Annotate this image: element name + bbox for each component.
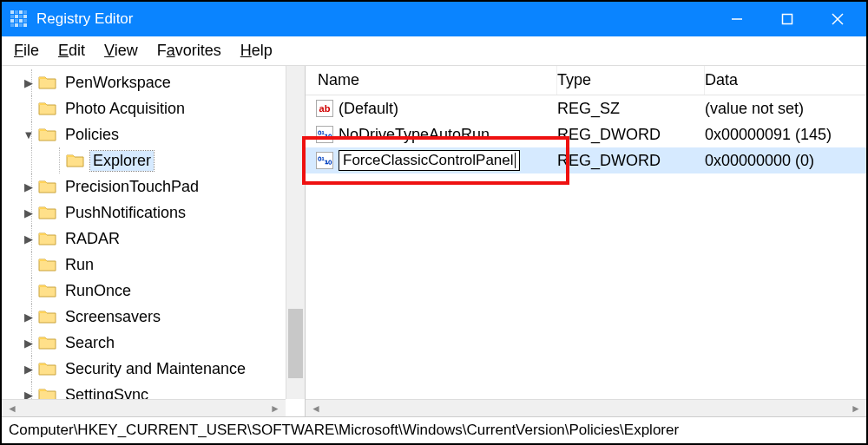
- tree-pane[interactable]: ▶PenWorkspacePhoto Acquisition▼PoliciesE…: [2, 66, 306, 416]
- list-pane[interactable]: Name Type Data ab(Default)REG_SZ(value n…: [306, 66, 866, 416]
- tree-item-label: Run: [62, 255, 96, 275]
- folder-icon: [38, 283, 57, 298]
- tree-item-settingsync[interactable]: ▶SettingSync: [2, 382, 305, 399]
- expand-glyph-icon[interactable]: ▶: [23, 389, 35, 400]
- tree-item-precisiontouchpad[interactable]: ▶PrecisionTouchPad: [2, 173, 305, 200]
- list-header: Name Type Data: [306, 66, 866, 95]
- value-type: REG_SZ: [557, 100, 620, 118]
- col-header-data[interactable]: Data: [705, 66, 866, 95]
- expand-glyph-icon[interactable]: ▶: [23, 337, 35, 350]
- value-type: REG_DWORD: [557, 126, 661, 144]
- status-path: Computer\HKEY_CURRENT_USER\SOFTWARE\Micr…: [9, 422, 679, 439]
- tree-item-screensavers[interactable]: ▶Screensavers: [2, 304, 305, 330]
- scrollbar-thumb[interactable]: [288, 309, 303, 378]
- close-button[interactable]: [812, 2, 863, 36]
- binary-value-icon: ⁰¹₁₀: [316, 126, 333, 143]
- value-data: (value not set): [705, 100, 804, 118]
- tree-item-label: PushNotifications: [62, 203, 188, 223]
- menu-favorites[interactable]: Favorites: [157, 42, 221, 60]
- value-data: 0x00000091 (145): [705, 126, 832, 144]
- folder-icon: [66, 153, 85, 168]
- menu-file[interactable]: File: [14, 42, 39, 60]
- tree-item-run[interactable]: Run: [2, 252, 305, 278]
- tree-item-security-and-maintenance[interactable]: ▶Security and Maintenance: [2, 356, 305, 382]
- scroll-left-icon[interactable]: ◄: [7, 402, 17, 415]
- tree-item-label: Search: [62, 333, 117, 353]
- title-bar[interactable]: Registry Editor: [2, 2, 866, 36]
- string-value-icon: ab: [316, 100, 333, 117]
- maximize-button[interactable]: [762, 2, 812, 36]
- folder-icon: [38, 205, 57, 220]
- status-bar: Computer\HKEY_CURRENT_USER\SOFTWARE\Micr…: [2, 417, 866, 443]
- tree-item-label: RunOnce: [62, 281, 134, 301]
- col-header-type[interactable]: Type: [557, 66, 705, 95]
- value-name: NoDriveTypeAutoRun: [339, 126, 490, 144]
- folder-icon: [38, 361, 57, 376]
- expand-glyph-icon[interactable]: ▶: [23, 206, 35, 219]
- folder-icon: [38, 75, 57, 90]
- tree-item-search[interactable]: ▶Search: [2, 330, 305, 356]
- tree-item-policies[interactable]: ▼Policies: [2, 121, 305, 147]
- tree-item-label: Photo Acquisition: [62, 99, 187, 119]
- minimize-button[interactable]: [712, 2, 762, 36]
- expand-glyph-icon[interactable]: ▶: [23, 363, 35, 376]
- expand-glyph-icon[interactable]: ▶: [23, 311, 35, 324]
- tree-item-label: PrecisionTouchPad: [62, 177, 201, 197]
- value-row[interactable]: ⁰¹₁₀ForceClassicControlPanelREG_DWORD0x0…: [306, 147, 866, 173]
- tree-item-penworkspace[interactable]: ▶PenWorkspace: [2, 69, 305, 95]
- menu-edit[interactable]: Edit: [58, 42, 85, 60]
- folder-icon: [38, 335, 57, 350]
- expand-glyph-icon[interactable]: ▶: [23, 76, 35, 89]
- value-row[interactable]: ab(Default)REG_SZ(value not set): [306, 95, 866, 121]
- tree-item-label: Screensavers: [62, 307, 163, 327]
- tree-item-label: PenWorkspace: [62, 73, 174, 93]
- scroll-left-icon[interactable]: ◄: [311, 402, 321, 415]
- tree-item-label: Explorer: [90, 151, 154, 171]
- tree-item-pushnotifications[interactable]: ▶PushNotifications: [2, 200, 305, 226]
- app-icon: [10, 10, 28, 28]
- tree-item-explorer[interactable]: Explorer: [2, 147, 305, 173]
- scroll-right-icon[interactable]: ►: [270, 402, 280, 415]
- expand-glyph-icon[interactable]: ▼: [23, 128, 35, 141]
- value-type: REG_DWORD: [557, 152, 661, 170]
- rename-input[interactable]: ForceClassicControlPanel: [339, 150, 520, 171]
- expand-glyph-icon[interactable]: ▶: [23, 180, 35, 193]
- tree-item-radar[interactable]: ▶RADAR: [2, 226, 305, 252]
- folder-icon: [38, 257, 57, 272]
- folder-icon: [38, 387, 57, 399]
- list-horizontal-scrollbar[interactable]: ◄ ►: [306, 399, 866, 416]
- menu-help[interactable]: Help: [240, 42, 273, 60]
- expand-glyph-icon[interactable]: ▶: [23, 232, 35, 245]
- scroll-right-icon[interactable]: ►: [851, 402, 861, 415]
- menu-bar: File Edit View Favorites Help: [2, 36, 866, 66]
- tree-item-label: Policies: [62, 125, 122, 145]
- svg-rect-1: [783, 15, 792, 24]
- menu-view[interactable]: View: [104, 42, 138, 60]
- tree-vertical-scrollbar[interactable]: [286, 66, 305, 399]
- tree-item-label: SettingSync: [62, 385, 151, 400]
- value-name: (Default): [339, 100, 398, 118]
- folder-icon: [38, 231, 57, 246]
- tree-item-label: Security and Maintenance: [62, 359, 248, 379]
- folder-icon: [38, 179, 57, 194]
- folder-icon: [38, 101, 57, 116]
- tree-item-label: RADAR: [62, 229, 122, 249]
- tree-item-runonce[interactable]: RunOnce: [2, 278, 305, 304]
- window-title: Registry Editor: [36, 10, 712, 28]
- value-row[interactable]: ⁰¹₁₀NoDriveTypeAutoRunREG_DWORD0x0000009…: [306, 121, 866, 147]
- folder-icon: [38, 127, 57, 142]
- folder-icon: [38, 309, 57, 324]
- tree-item-photo-acquisition[interactable]: Photo Acquisition: [2, 95, 305, 121]
- value-data: 0x00000000 (0): [705, 152, 814, 170]
- binary-value-icon: ⁰¹₁₀: [316, 152, 333, 169]
- tree-horizontal-scrollbar[interactable]: ◄ ►: [2, 399, 286, 416]
- col-header-name[interactable]: Name: [306, 66, 557, 95]
